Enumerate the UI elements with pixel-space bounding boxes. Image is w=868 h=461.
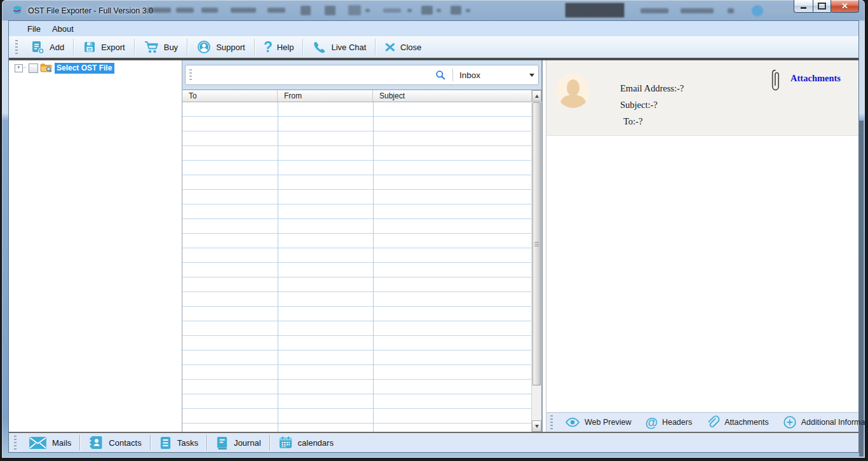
subject-field: Subject:-? [620,97,684,113]
tab-calendars-label: calendars [298,438,334,448]
mail-row[interactable] [182,204,531,219]
tabs-grip[interactable] [14,436,17,450]
tree-expand-toggle[interactable]: + [15,64,23,72]
tree-root-label[interactable]: Select OST File [55,63,114,74]
mail-row[interactable] [182,409,531,424]
ghost-text [147,8,171,13]
mail-row[interactable] [182,190,531,204]
search-input[interactable] [196,67,435,83]
mail-row[interactable] [182,365,531,380]
scroll-up-button[interactable] [532,90,541,102]
tab-calendars[interactable]: calendars [270,433,342,452]
preview-panel: Email Address:-? Subject:-? To:-? Attach… [546,60,858,432]
attachments-label: Attachments [790,73,841,84]
close-window-button[interactable]: ✕ [831,0,859,13]
search-grip [189,69,192,81]
menu-bar: File About [9,21,858,36]
close-app-button[interactable]: ✕ Close [376,36,430,58]
ghost-text [268,8,285,13]
caption-buttons: ✕ [794,0,859,13]
mail-list-scrollbar[interactable] [531,90,541,432]
mail-row[interactable] [182,321,531,336]
folder-search-icon [40,63,53,73]
mail-row[interactable] [182,380,531,394]
maximize-button[interactable] [813,0,831,13]
phone-icon [312,40,327,55]
scroll-down-button[interactable] [532,420,541,432]
help-button[interactable]: ? Help [255,36,303,58]
headers-button[interactable]: @ Headers [639,416,698,429]
add-button[interactable]: Add [22,36,73,58]
export-button[interactable]: Export [74,36,134,58]
mail-row[interactable] [182,131,531,146]
mail-row[interactable] [182,263,531,277]
search-icon[interactable] [435,70,446,81]
mail-row[interactable] [182,117,531,131]
panel-splitter[interactable] [541,60,546,432]
tab-tasks[interactable]: Tasks [151,433,207,452]
scrollbar-thumb[interactable] [532,102,541,385]
app-icon [12,5,23,15]
column-header-from[interactable]: From [278,90,373,102]
ghost-text [641,8,668,13]
to-field: To:-? [623,113,684,130]
mail-table-main: To From Subject [182,90,531,432]
column-header-to[interactable]: To [182,90,278,102]
additional-information-button[interactable]: Additional Information [777,415,868,429]
preview-header: Email Address:-? Subject:-? To:-? Attach… [546,60,858,136]
client-area: File About Add [9,21,858,452]
web-preview-button[interactable]: Web Preview [559,417,637,427]
menu-file[interactable]: File [22,23,46,35]
live-chat-button[interactable]: Live Chat [303,36,375,58]
add-button-label: Add [50,43,64,52]
ghost-icon [451,6,461,15]
toolbar-grip[interactable] [15,40,18,54]
tree-checkbox[interactable] [29,63,38,73]
mail-row[interactable] [182,219,531,234]
mail-table: To From Subject [182,90,541,432]
tab-contacts[interactable]: Contacts [80,433,149,452]
tab-contacts-label: Contacts [109,438,141,448]
buy-button-label: Buy [164,43,178,52]
envelope-icon [29,436,47,450]
mail-row[interactable] [182,351,531,365]
window-title: OST File Exporter - Full Version 3.0 [28,6,153,15]
folder-dropdown[interactable]: Inbox [459,70,534,80]
search-divider [452,69,453,81]
mail-row[interactable] [182,102,531,117]
mail-row[interactable] [182,146,531,161]
shopping-cart-icon [144,40,159,54]
ghost-text [768,8,792,13]
mail-row[interactable] [182,424,531,432]
ghost-text [681,8,714,13]
mail-row[interactable] [182,307,531,321]
minimize-button[interactable] [794,0,813,13]
column-divider [373,102,374,432]
attachments-button[interactable]: Attachments [700,415,774,429]
ghost-icon [325,6,336,15]
mail-list-rows [182,102,531,432]
column-header-subject[interactable]: Subject [373,90,531,102]
tab-journal[interactable]: Journal [207,433,269,452]
mail-row[interactable] [182,336,531,351]
support-person-icon [196,39,212,55]
preview-toolbar-grip[interactable] [550,415,553,429]
mail-row[interactable] [182,161,531,175]
avatar-shoulders [560,95,586,108]
attachments-button-label: Attachments [724,418,768,427]
mail-row[interactable] [182,394,531,409]
ghost-button [565,3,625,18]
ghost-logo [752,5,763,17]
support-button[interactable]: Support [187,36,254,58]
menu-about[interactable]: About [46,23,79,35]
buy-button[interactable]: Buy [135,36,187,58]
chevron-down-icon [529,74,534,77]
mail-row[interactable] [182,234,531,248]
tab-mails[interactable]: Mails [20,433,79,452]
mail-row[interactable] [182,292,531,307]
ghost-caret [407,9,412,12]
tree-root-item[interactable]: + Select OST File [15,62,182,74]
mail-row[interactable] [182,248,531,263]
mail-row[interactable] [182,277,531,292]
mail-row[interactable] [182,175,531,190]
